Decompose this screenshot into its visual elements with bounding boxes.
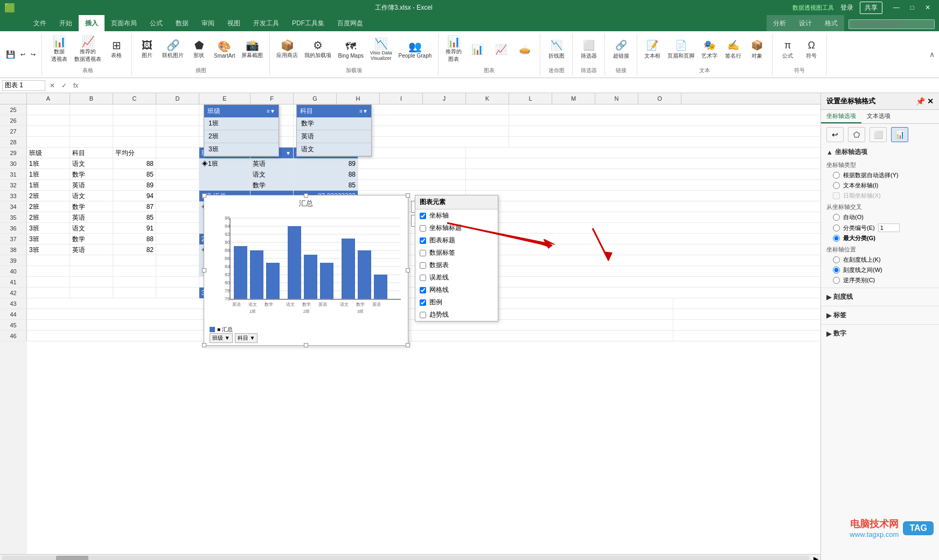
labels-toggle[interactable]: ▶ 标签 <box>826 309 934 322</box>
tick-marks-toggle[interactable]: ▶ 刻度线 <box>826 290 934 304</box>
col-header-C[interactable]: C <box>113 93 156 104</box>
resize-handle-ml[interactable] <box>202 268 206 272</box>
row-header-42[interactable]: 42 <box>0 288 27 298</box>
line-chart-button[interactable]: 📈 <box>490 42 512 57</box>
ribbon-collapse-button[interactable]: ∧ <box>929 50 935 59</box>
pos-on-tick-radio[interactable] <box>833 256 840 263</box>
panel-icon-size[interactable]: ⬜ <box>870 127 887 142</box>
screenshot-button[interactable]: 📸 屏幕截图 <box>239 38 265 61</box>
row-header-27[interactable]: 27 <box>0 126 27 137</box>
pivot-row-1class[interactable]: ◈1班 <box>199 158 251 169</box>
function-icon[interactable]: fx <box>71 82 80 89</box>
pivot-table-button[interactable]: 📊 数据透视表 <box>48 34 70 65</box>
picture-button[interactable]: 🖼 图片 <box>136 38 158 61</box>
object-button[interactable]: 📦 对象 <box>746 38 768 61</box>
row-header-45[interactable]: 45 <box>0 320 27 331</box>
row-header-43[interactable]: 43 <box>0 298 27 309</box>
my-addins-button[interactable]: ⚙ 我的加载项 <box>302 38 333 61</box>
maximize-button[interactable]: □ <box>906 3 919 12</box>
col-header-A[interactable]: A <box>27 93 70 104</box>
row-header-35[interactable]: 35 <box>0 212 27 223</box>
confirm-formula-icon[interactable]: ✓ <box>59 82 69 89</box>
cell-A31[interactable]: 1班 <box>27 169 70 180</box>
cell-C37[interactable]: 88 <box>113 234 156 244</box>
visio-button[interactable]: 📉 Visio DataVisualizer <box>368 37 394 62</box>
row-header-37[interactable]: 37 <box>0 234 27 244</box>
class-filter-item-2[interactable]: 2班 <box>204 130 279 143</box>
axis-type-date-checkbox[interactable] <box>833 192 840 199</box>
save-button[interactable]: 💾 <box>4 49 17 60</box>
panel-icon-effects[interactable]: ⬠ <box>848 127 865 142</box>
class-filter-item-1[interactable]: 1班 <box>204 117 279 130</box>
name-box[interactable] <box>2 80 45 91</box>
tab-insert[interactable]: 插入 <box>79 15 105 31</box>
cell-B34[interactable]: 数学 <box>70 201 113 212</box>
cell-C29[interactable]: 平均分 <box>113 148 156 158</box>
col-header-O[interactable]: O <box>638 93 681 104</box>
tab-layout[interactable]: 页面布局 <box>105 15 143 31</box>
cell-A32[interactable]: 1班 <box>27 180 70 191</box>
col-header-M[interactable]: M <box>552 93 595 104</box>
row-header-31[interactable]: 31 <box>0 169 27 180</box>
col-header-I[interactable]: I <box>380 93 423 104</box>
cell-B29[interactable]: 科目 <box>70 148 113 158</box>
panel-tab-axis[interactable]: 坐标轴选项 <box>821 110 861 123</box>
cell-B30[interactable]: 语文 <box>70 158 113 169</box>
col-header-B[interactable]: B <box>70 93 113 104</box>
textbox-button[interactable]: 📝 文本框 <box>642 38 663 61</box>
cell-B38[interactable]: 英语 <box>70 244 113 255</box>
resize-handle-tm[interactable] <box>304 193 308 198</box>
cell-A30[interactable]: 1班 <box>27 158 70 169</box>
online-picture-button[interactable]: 🔗 联机图片 <box>160 38 186 61</box>
elem-axis-title-checkbox[interactable] <box>420 225 426 232</box>
cell-A37[interactable]: 3班 <box>27 234 70 244</box>
row-header-36[interactable]: 36 <box>0 223 27 234</box>
elem-legend-checkbox[interactable] <box>420 299 426 306</box>
app-store-button[interactable]: 📦 应用商店 <box>274 38 300 61</box>
pos-between-radio[interactable] <box>833 267 840 274</box>
cell-C32[interactable]: 89 <box>113 180 156 191</box>
cell-B31[interactable]: 数学 <box>70 169 113 180</box>
cell-C35[interactable]: 85 <box>113 212 156 223</box>
row-header-34[interactable]: 34 <box>0 201 27 212</box>
shapes-button[interactable]: ⬟ 形状 <box>188 38 210 61</box>
slicer-button[interactable]: ⬜ 筛选器 <box>578 38 600 61</box>
formula-input[interactable] <box>82 82 937 89</box>
pivot-val-2[interactable]: 88 <box>294 169 358 180</box>
tab-analyze[interactable]: 分析 <box>767 15 792 31</box>
cell-A25[interactable] <box>27 104 70 115</box>
resize-handle-tl[interactable] <box>202 193 206 198</box>
bing-maps-button[interactable]: 🗺 Bing Maps <box>336 39 365 60</box>
search-input[interactable] <box>848 19 935 29</box>
signature-button[interactable]: ✍ 签名行 <box>722 38 744 61</box>
tab-home[interactable]: 开始 <box>53 15 79 31</box>
col-header-N[interactable]: N <box>595 93 638 104</box>
row-header-29[interactable]: 29 <box>0 148 27 158</box>
smartart-button[interactable]: 🎨 SmartArt <box>212 39 237 60</box>
elem-data-table-checkbox[interactable] <box>420 262 426 269</box>
sparkline-button[interactable]: 📉 折线图 <box>546 38 567 61</box>
share-label[interactable]: 共享 <box>860 2 882 14</box>
h-scrollbar-thumb[interactable] <box>56 556 88 561</box>
cell-C38[interactable]: 82 <box>113 244 156 255</box>
row-header-41[interactable]: 41 <box>0 277 27 288</box>
close-button[interactable]: ✕ <box>921 3 935 12</box>
redo-button[interactable]: ↪ <box>29 50 37 59</box>
cell-D25[interactable] <box>156 104 199 115</box>
cell-A36[interactable]: 3班 <box>27 223 70 234</box>
h-scrollbar[interactable] <box>2 556 809 561</box>
hyperlink-button[interactable]: 🔗 超链接 <box>610 38 632 61</box>
panel-icon-fill[interactable]: ↩ <box>826 127 844 142</box>
elem-chart-title-checkbox[interactable] <box>420 237 426 244</box>
axis-type-auto-radio[interactable] <box>833 172 840 179</box>
cell-C25[interactable] <box>113 104 156 115</box>
cell-C34[interactable]: 87 <box>113 201 156 212</box>
subject-filter-item-eng[interactable]: 英语 <box>297 130 371 143</box>
recommended-charts-button[interactable]: 📊 推荐的图表 <box>443 34 464 65</box>
col-header-D[interactable]: D <box>156 93 199 104</box>
pos-reverse-radio[interactable] <box>833 277 840 284</box>
row-header-32[interactable]: 32 <box>0 180 27 191</box>
resize-handle-bl[interactable] <box>202 343 206 347</box>
col-header-K[interactable]: K <box>466 93 509 104</box>
wordart-button[interactable]: 🎭 艺术字 <box>699 38 720 61</box>
